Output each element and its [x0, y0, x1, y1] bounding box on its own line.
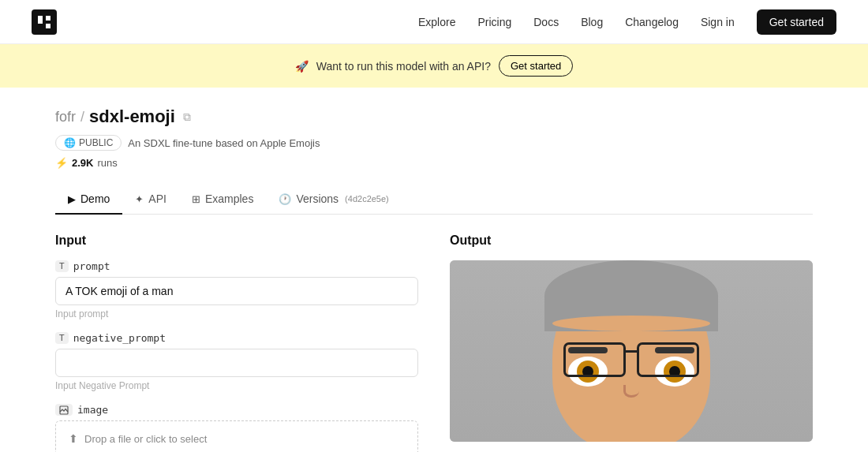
- banner-text: Want to run this model with an API?: [316, 60, 491, 73]
- clock-icon: 🕐: [279, 193, 291, 205]
- navbar: Explore Pricing Docs Blog Changelog Sign…: [0, 0, 868, 44]
- api-icon: ✦: [135, 193, 144, 205]
- prompt-label-row: T prompt: [55, 260, 418, 272]
- breadcrumb: fofr / sdxl-emoji ⧉: [55, 106, 813, 127]
- emoji-glasses: [563, 342, 699, 382]
- nav-explore[interactable]: Explore: [418, 16, 455, 28]
- prompt-type-badge: T: [55, 260, 69, 272]
- logo[interactable]: [32, 9, 57, 35]
- runs-icon: ⚡: [55, 157, 68, 169]
- image-type-badge: [55, 404, 73, 416]
- versions-badge: (4d2c2e5e): [345, 194, 389, 204]
- two-column-layout: Input T prompt Input prompt T negative_p…: [55, 233, 813, 452]
- runs-label: runs: [97, 157, 117, 169]
- upload-label: Drop a file or click to select: [84, 433, 207, 445]
- tab-versions-label: Versions: [296, 192, 339, 205]
- emoji-head: [552, 268, 710, 442]
- image-field-group: image ⬆ Drop a file or click to select: [55, 404, 418, 452]
- model-description: An SDXL fine-tune based on Apple Emojis: [128, 137, 320, 149]
- negative-prompt-field-group: T negative_prompt Input Negative Prompt: [55, 332, 418, 391]
- negative-prompt-type-badge: T: [55, 332, 69, 344]
- nav-pricing[interactable]: Pricing: [477, 16, 511, 28]
- tab-api-label: API: [148, 192, 166, 205]
- breadcrumb-username[interactable]: fofr: [55, 109, 76, 125]
- breadcrumb-modelname: sdxl-emoji: [89, 106, 175, 127]
- image-label-row: image: [55, 404, 418, 416]
- output-section: Output: [450, 233, 813, 452]
- input-section-title: Input: [55, 233, 418, 248]
- tab-examples-label: Examples: [205, 192, 253, 205]
- banner-get-started-button[interactable]: Get started: [499, 55, 573, 77]
- main-content: fofr / sdxl-emoji ⧉ 🌐 PUBLIC An SDXL fin…: [24, 88, 844, 452]
- tab-versions[interactable]: 🕐 Versions (4d2c2e5e): [266, 185, 401, 215]
- upload-icon: ⬆: [69, 432, 78, 445]
- negative-prompt-field-name: negative_prompt: [73, 332, 166, 344]
- tab-examples[interactable]: ⊞ Examples: [179, 185, 266, 215]
- nav-docs[interactable]: Docs: [533, 16, 559, 28]
- visibility-badge: 🌐 PUBLIC: [55, 135, 122, 151]
- prompt-field-name: prompt: [73, 260, 110, 272]
- negative-prompt-hint: Input Negative Prompt: [55, 380, 418, 391]
- negative-prompt-input[interactable]: [55, 349, 418, 377]
- breadcrumb-separator: /: [80, 109, 84, 125]
- tab-demo[interactable]: ▶ Demo: [55, 185, 122, 215]
- copy-icon[interactable]: ⧉: [183, 110, 191, 124]
- output-section-title: Output: [450, 233, 813, 248]
- nav-blog[interactable]: Blog: [581, 16, 603, 28]
- emoji-nose: [623, 385, 639, 398]
- tabs: ▶ Demo ✦ API ⊞ Examples 🕐 Versions (4d2c…: [55, 185, 813, 215]
- runs-row: ⚡ 2.9K runs: [55, 157, 813, 169]
- grid-icon: ⊞: [192, 193, 200, 205]
- emoji-face-display: [450, 260, 813, 442]
- nav-changelog[interactable]: Changelog: [625, 16, 679, 28]
- meta-row: 🌐 PUBLIC An SDXL fine-tune based on Appl…: [55, 135, 813, 151]
- emoji-hair: [544, 260, 718, 331]
- sign-in-link[interactable]: Sign in: [701, 16, 735, 28]
- banner-emoji: 🚀: [295, 60, 309, 73]
- input-section: Input T prompt Input prompt T negative_p…: [55, 233, 418, 452]
- prompt-input[interactable]: [55, 277, 418, 305]
- glasses-left-frame: [563, 342, 626, 377]
- runs-count: 2.9K: [72, 157, 93, 169]
- glasses-bridge: [626, 350, 637, 353]
- output-image: [450, 260, 813, 442]
- svg-rect-0: [32, 9, 57, 35]
- prompt-hint: Input prompt: [55, 308, 418, 319]
- nav-get-started-button[interactable]: Get started: [757, 9, 836, 35]
- api-banner: 🚀 Want to run this model with an API? Ge…: [0, 44, 868, 88]
- glasses-right-frame: [637, 342, 699, 377]
- globe-icon: 🌐: [64, 137, 76, 148]
- image-file-upload[interactable]: ⬆ Drop a file or click to select: [55, 420, 418, 452]
- image-field-name: image: [77, 404, 108, 416]
- negative-prompt-label-row: T negative_prompt: [55, 332, 418, 344]
- tab-api[interactable]: ✦ API: [122, 185, 179, 215]
- tab-demo-label: Demo: [80, 192, 110, 205]
- nav-links: Explore Pricing Docs Blog Changelog Sign…: [418, 9, 836, 35]
- play-icon: ▶: [68, 193, 76, 205]
- prompt-field-group: T prompt Input prompt: [55, 260, 418, 319]
- visibility-label: PUBLIC: [79, 137, 113, 148]
